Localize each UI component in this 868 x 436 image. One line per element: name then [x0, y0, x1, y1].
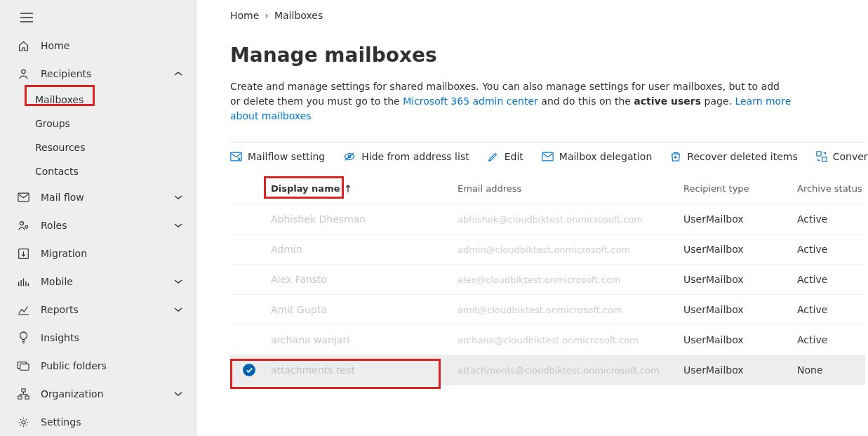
tool-hide-address-list[interactable]: Hide from address list — [343, 151, 469, 162]
nav-label: Home — [41, 40, 196, 51]
nav-label: Recipients — [41, 68, 168, 79]
nav-migration[interactable]: Migration — [0, 239, 196, 267]
cell-archive-status: Active — [797, 304, 865, 315]
nav-label: Migration — [41, 248, 196, 259]
mailflow-icon — [230, 152, 242, 161]
sidebar-item-contacts[interactable]: Contacts — [0, 159, 196, 183]
person-icon — [15, 68, 31, 80]
svg-rect-15 — [822, 157, 827, 161]
tool-mailflow-setting[interactable]: Mailflow setting — [230, 151, 325, 162]
home-icon — [15, 40, 31, 52]
tool-label: Hide from address list — [361, 151, 469, 162]
nav-roles[interactable]: Roles — [0, 211, 196, 239]
nav-mobile[interactable]: Mobile — [0, 267, 196, 296]
col-email[interactable]: Email address — [458, 183, 683, 194]
table-row[interactable]: archana wanjariarchana@cloudbiktest.onmi… — [230, 325, 865, 355]
nav-reports[interactable]: Reports — [0, 296, 196, 324]
row-checkbox[interactable] — [243, 364, 271, 376]
tool-edit[interactable]: Edit — [488, 151, 523, 162]
nav-organization[interactable]: Organization — [0, 380, 196, 408]
page-title: Manage mailboxes — [230, 44, 868, 67]
nav-label: Reports — [41, 304, 168, 315]
table-row[interactable]: Alex Fanstoalex@cloudbiktest.onmicrosoft… — [230, 265, 865, 295]
roles-icon — [15, 220, 31, 232]
table-row[interactable]: Adminadmin@cloudbiktest.onmicrosoft.comU… — [230, 234, 865, 265]
mobile-icon — [15, 276, 31, 288]
delegation-icon — [542, 152, 554, 161]
tool-label: Edit — [505, 151, 523, 162]
cell-email: admin@cloudbiktest.onmicrosoft.com — [458, 244, 683, 255]
table-body: Abhishek Dhesmanabhishek@cloudbiktest.on… — [230, 204, 865, 385]
cell-recipient-type: UserMailbox — [683, 364, 797, 376]
page-description: Create and manage settings for shared ma… — [230, 79, 792, 124]
bulb-icon — [15, 331, 31, 344]
desc-text: page. — [701, 95, 735, 107]
cell-email: alex@cloudbiktest.onmicrosoft.com — [458, 275, 683, 285]
nav-recipients[interactable]: Recipients — [0, 60, 196, 88]
col-archive-status[interactable]: Archive status — [797, 183, 865, 194]
nav-settings[interactable]: Settings — [0, 408, 196, 436]
breadcrumb: Home › Mailboxes — [230, 10, 868, 21]
hamburger-icon — [20, 13, 33, 22]
nav-label: Mobile — [41, 276, 168, 287]
svg-rect-1 — [18, 193, 28, 202]
tool-label: Recover deleted items — [687, 151, 797, 162]
nav-insights[interactable]: Insights — [0, 324, 196, 352]
sidebar-item-groups[interactable]: Groups — [0, 112, 196, 136]
table-row[interactable]: Abhishek Dhesmanabhishek@cloudbiktest.on… — [230, 204, 865, 234]
nav-label: Settings — [41, 416, 196, 428]
table-row[interactable]: Amit Guptaamit@cloudbiktest.onmicrosoft.… — [230, 295, 865, 325]
cell-email: amit@cloudbiktest.onmicrosoft.com — [458, 305, 683, 315]
sidebar-item-label: Groups — [35, 118, 70, 129]
nav-label: Mail flow — [41, 192, 168, 203]
chevron-down-icon — [168, 307, 189, 312]
cell-recipient-type: UserMailbox — [683, 213, 797, 225]
tool-recover-deleted[interactable]: Recover deleted items — [670, 151, 797, 162]
cell-email: attachments@cloudbiktest.onmicrosoft.com — [458, 365, 683, 376]
svg-rect-7 — [21, 388, 25, 391]
chevron-down-icon — [168, 391, 189, 397]
chevron-down-icon — [168, 223, 189, 228]
table-row[interactable]: attachments testattachments@cloudbiktest… — [230, 355, 865, 385]
cell-display-name: archana wanjari — [271, 334, 458, 345]
cell-email: abhishek@cloudbiktest.onmicrosoft.com — [458, 214, 683, 225]
nav-home[interactable]: Home — [0, 32, 196, 60]
sidebar: Home Recipients Mailboxes Groups Resourc… — [0, 0, 196, 436]
link-admin-center[interactable]: Microsoft 365 admin center — [403, 95, 538, 107]
svg-point-2 — [20, 221, 23, 225]
mailbox-table: Display name Email address Recipient typ… — [230, 173, 865, 385]
tool-label: Mailbox delegation — [559, 151, 652, 162]
svg-rect-8 — [18, 396, 21, 399]
org-icon — [15, 388, 31, 400]
nav-label: Public folders — [41, 360, 196, 371]
nav-label: Roles — [41, 220, 168, 231]
col-recipient-type[interactable]: Recipient type — [683, 183, 797, 194]
col-display-name[interactable]: Display name — [271, 183, 458, 194]
hamburger-button[interactable] — [13, 6, 41, 29]
sidebar-item-label: Contacts — [35, 166, 79, 177]
migration-icon — [15, 248, 31, 260]
tool-label: Convert to shared mailbox — [833, 151, 868, 162]
chevron-up-icon — [168, 71, 189, 77]
tool-convert-shared[interactable]: Convert to shared mailbox — [816, 151, 868, 162]
col-header-label: Recipient type — [683, 183, 749, 194]
svg-point-0 — [21, 70, 25, 73]
sidebar-item-resources[interactable]: Resources — [0, 136, 196, 159]
svg-rect-6 — [20, 364, 29, 370]
breadcrumb-home[interactable]: Home — [230, 10, 259, 21]
cell-archive-status: Active — [797, 244, 865, 255]
cell-recipient-type: UserMailbox — [683, 274, 797, 285]
edit-icon — [488, 151, 499, 162]
convert-icon — [816, 151, 827, 162]
cell-display-name: Alex Fansto — [271, 274, 458, 285]
cell-display-name: attachments test — [271, 364, 458, 376]
nav-mailflow[interactable]: Mail flow — [0, 183, 196, 211]
hide-icon — [343, 152, 356, 161]
cell-display-name: Amit Gupta — [271, 304, 458, 315]
nav-publicfolders[interactable]: Public folders — [0, 352, 196, 380]
sidebar-item-mailboxes[interactable]: Mailboxes — [0, 88, 196, 112]
folders-icon — [15, 360, 31, 371]
tool-mailbox-delegation[interactable]: Mailbox delegation — [542, 151, 652, 162]
reports-icon — [15, 305, 31, 315]
cell-email: archana@cloudbiktest.onmicrosoft.com — [458, 335, 683, 345]
